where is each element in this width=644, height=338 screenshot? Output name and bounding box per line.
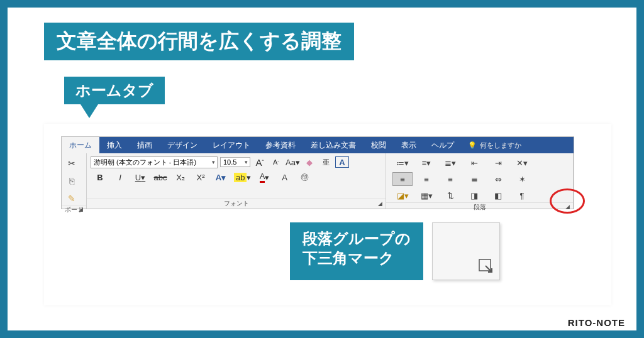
character-shading-button[interactable]: A [277,171,291,183]
font-size-select[interactable]: 10.5 [220,157,250,167]
group-font-label: フォント ◢ [87,199,386,209]
cut-button[interactable]: ✂ [65,157,78,170]
tab-review[interactable]: 校閲 [364,137,394,153]
align-center-button[interactable]: ≡ [416,172,436,186]
strikethrough-button[interactable]: abc [153,171,167,183]
group-clipboard: ✂ ⎘ ✎ ボード ◢ [62,153,87,209]
character-border-button[interactable]: A [335,156,349,168]
tell-me-search[interactable]: 💡 何をしますか [462,137,528,153]
indent-right-button[interactable]: ◧ [488,188,508,202]
font-name-select[interactable]: 游明朝 (本文のフォント - 日本語) [91,156,218,168]
sort-button[interactable]: ✶ [512,172,532,186]
asian-layout-button[interactable]: ✕▾ [512,156,532,170]
lightbulb-icon: 💡 [468,141,477,150]
word-ribbon: ホーム 挿入 描画 デザイン レイアウト 参考資料 差し込み文書 校閲 表示 ヘ… [61,136,574,209]
highlight-button[interactable]: ab▾ [234,171,251,183]
watermark-label: RITO-NOTE [568,317,625,328]
phonetic-guide-button[interactable]: 亜 [319,156,333,168]
show-marks-button[interactable]: ¶ [512,188,532,202]
zoom-launcher-chip [432,222,500,280]
ribbon-tabs: ホーム 挿入 描画 デザイン レイアウト 参考資料 差し込み文書 校閲 表示 ヘ… [62,137,574,153]
borders-button[interactable]: ▦▾ [416,188,436,202]
group-paragraph-label: 段落 ◢ [386,202,573,212]
superscript-button[interactable]: X² [194,171,208,183]
italic-button[interactable]: I [113,171,127,183]
font-color-button[interactable]: A▾ [257,171,271,183]
group-font: 游明朝 (本文のフォント - 日本語) 10.5 Aˆ Aˇ Aa▾ ◆ 亜 A… [87,153,386,209]
font-launcher-icon[interactable]: ◢ [375,199,384,208]
clear-formatting-button[interactable]: ◆ [303,156,316,168]
grow-font-button[interactable]: Aˆ [253,156,267,168]
ribbon-body: ✂ ⎘ ✎ ボード ◢ 游明朝 (本文のフォント - 日本語) 10.5 Aˆ … [62,153,574,209]
callout-line1: 段落グループの [303,229,411,248]
text-effects-button[interactable]: A▾ [214,171,228,183]
underline-button[interactable]: U▾ [133,171,147,183]
callout-line2: 下三角マーク [303,248,411,268]
tab-mailings[interactable]: 差し込み文書 [303,137,364,153]
justify-button[interactable]: ≣ [464,172,484,186]
tab-help[interactable]: ヘルプ [424,137,462,153]
svg-text:亜: 亜 [323,158,330,166]
shading-button[interactable]: ◪▾ [392,188,413,202]
increase-indent-button[interactable]: ⇥ [488,156,508,170]
enclose-characters-button[interactable]: ㊞ [297,171,311,183]
dialog-launcher-icon [478,258,494,275]
paragraph-controls: ≔▾ ≡▾ ≣▾ ⇤ ⇥ ✕▾ ≡ ≡ ≡ ≣ ⇔ ✶ ◪▾ ▦▾ ⇅ ◨ ◧ … [386,153,573,202]
indent-left-button[interactable]: ◨ [464,188,484,202]
tab-home[interactable]: ホーム [62,137,99,153]
align-right-button[interactable]: ≡ [440,172,460,186]
callout-paragraph-text: 段落グループの 下三角マーク [290,222,423,280]
group-clipboard-label: ボード ◢ [62,205,86,214]
distributed-button[interactable]: ⇔ [488,172,508,186]
callout-home-tab: ホームタブ [64,77,165,118]
tell-me-label: 何をしますか [480,141,521,150]
format-painter-button[interactable]: ✎ [65,192,78,205]
group-paragraph: ≔▾ ≡▾ ≣▾ ⇤ ⇥ ✕▾ ≡ ≡ ≡ ≣ ⇔ ✶ ◪▾ ▦▾ ⇅ ◨ ◧ … [386,153,574,209]
paragraph-launcher-icon[interactable]: ◢ [563,202,572,211]
tab-view[interactable]: 表示 [394,137,424,153]
copy-button[interactable]: ⎘ [65,175,78,187]
tab-layout[interactable]: レイアウト [205,137,258,153]
tab-insert[interactable]: 挿入 [99,137,130,153]
tab-draw[interactable]: 描画 [130,137,160,153]
tab-design[interactable]: デザイン [160,137,205,153]
multilevel-list-button[interactable]: ≣▾ [440,156,460,170]
callout-paragraph-launcher: 段落グループの 下三角マーク [290,222,500,280]
callout-home-label: ホームタブ [64,77,165,104]
clipboard-launcher-icon[interactable]: ◢ [76,205,85,214]
shrink-font-button[interactable]: Aˇ [269,156,283,168]
numbering-button[interactable]: ≡▾ [416,156,436,170]
align-left-button[interactable]: ≡ [392,172,413,186]
decrease-indent-button[interactable]: ⇤ [464,156,484,170]
change-case-button[interactable]: Aa▾ [286,156,300,168]
page-title: 文章全体の行間を広くする調整 [44,23,354,60]
bold-button[interactable]: B [93,171,107,183]
bullets-button[interactable]: ≔▾ [392,156,413,170]
tab-references[interactable]: 参考資料 [258,137,303,153]
line-spacing-button[interactable]: ⇅ [440,188,460,202]
subscript-button[interactable]: X₂ [174,171,187,183]
callout-arrow-icon [80,104,98,118]
